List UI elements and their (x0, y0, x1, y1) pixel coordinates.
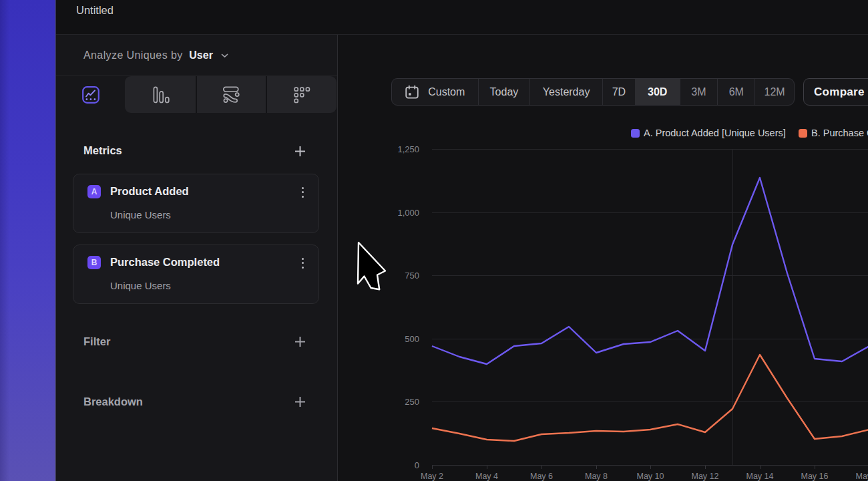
svg-text:May 4: May 4 (475, 472, 498, 481)
svg-text:May 18: May 18 (856, 472, 868, 481)
svg-text:1,250: 1,250 (397, 144, 419, 154)
svg-text:500: 500 (405, 334, 419, 344)
svg-text:250: 250 (405, 397, 419, 407)
svg-text:May 2: May 2 (421, 472, 443, 481)
svg-text:0: 0 (415, 460, 419, 470)
svg-text:May 10: May 10 (637, 472, 664, 481)
svg-text:1,000: 1,000 (397, 208, 419, 218)
svg-text:May 8: May 8 (585, 472, 608, 481)
svg-text:750: 750 (405, 271, 419, 281)
svg-text:May 16: May 16 (801, 472, 829, 481)
svg-text:May 12: May 12 (692, 472, 719, 481)
svg-text:May 6: May 6 (530, 472, 553, 481)
svg-text:May 14: May 14 (746, 472, 774, 481)
